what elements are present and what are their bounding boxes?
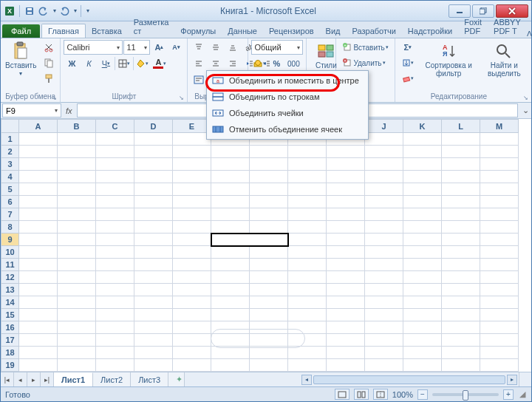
cell[interactable] [134, 309, 173, 321]
cell[interactable] [211, 158, 250, 171]
cell[interactable] [403, 158, 442, 171]
cell[interactable] [173, 271, 211, 284]
cell[interactable] [442, 234, 480, 246]
cell[interactable] [173, 183, 211, 196]
cell[interactable] [327, 183, 365, 196]
cell[interactable] [250, 246, 288, 259]
fx-icon[interactable]: fx [66, 106, 72, 115]
cell[interactable] [134, 284, 173, 296]
cell[interactable] [250, 171, 288, 183]
cell[interactable] [96, 133, 134, 146]
cell[interactable] [327, 146, 365, 158]
cell[interactable] [288, 208, 327, 221]
decrease-font-icon[interactable]: A▾ [168, 40, 184, 55]
cell[interactable] [211, 259, 250, 271]
tab-abbyy[interactable]: ABBYY PDF T [488, 16, 527, 38]
align-right-icon[interactable] [225, 56, 241, 71]
cell[interactable] [480, 284, 519, 296]
cell[interactable] [96, 146, 134, 158]
cell[interactable] [211, 271, 250, 284]
new-sheet-button[interactable]: ✦ [168, 372, 185, 386]
cell[interactable] [134, 359, 173, 372]
cell[interactable] [19, 158, 58, 171]
cell[interactable] [288, 309, 327, 321]
cell[interactable] [134, 158, 173, 171]
view-normal-icon[interactable] [335, 389, 349, 400]
delete-cells-button[interactable]: ×Удалить▾ [339, 55, 388, 70]
wrap-text-icon[interactable] [191, 72, 207, 87]
cell[interactable] [134, 208, 173, 221]
cell[interactable] [211, 347, 250, 359]
cell[interactable] [134, 321, 173, 334]
cell[interactable] [403, 196, 442, 208]
cell[interactable] [58, 309, 96, 321]
row-header[interactable]: 3 [1, 158, 19, 171]
cell[interactable] [211, 359, 250, 372]
number-format-combo[interactable]: Общий▾ [251, 40, 303, 55]
tab-layout[interactable]: Разметка ст [128, 16, 175, 38]
cell[interactable] [58, 221, 96, 234]
cell[interactable] [134, 221, 173, 234]
merge-across-item[interactable]: Объединить по строкам [208, 89, 366, 105]
merge-cells-item[interactable]: Объединить ячейки [208, 105, 366, 121]
cell[interactable] [211, 171, 250, 183]
cell[interactable] [134, 196, 173, 208]
cell[interactable] [480, 321, 519, 334]
cell[interactable] [211, 246, 250, 259]
cell[interactable] [96, 171, 134, 183]
cell[interactable] [327, 284, 365, 296]
cell[interactable] [442, 246, 480, 259]
row-header[interactable]: 8 [1, 221, 19, 234]
hscroll-left-icon[interactable]: ◂ [301, 375, 312, 385]
cell[interactable] [288, 259, 327, 271]
cell[interactable] [403, 171, 442, 183]
cell[interactable] [173, 133, 211, 146]
cell[interactable] [480, 158, 519, 171]
cell[interactable] [96, 271, 134, 284]
tab-data[interactable]: Данные [222, 24, 263, 38]
unmerge-cells-item[interactable]: Отменить объединение ячеек [208, 121, 366, 137]
cell[interactable] [58, 296, 96, 309]
cell[interactable] [96, 246, 134, 259]
column-header[interactable]: B [58, 120, 96, 133]
file-tab[interactable]: Файл [2, 24, 40, 38]
cell[interactable] [211, 321, 250, 334]
cell[interactable] [58, 246, 96, 259]
bold-icon[interactable]: Ж [64, 56, 80, 71]
column-header[interactable]: M [480, 120, 519, 133]
cell[interactable] [442, 284, 480, 296]
cell[interactable] [365, 271, 403, 284]
zoom-level[interactable]: 100% [392, 390, 413, 399]
row-header[interactable]: 13 [1, 284, 19, 296]
cell[interactable] [288, 296, 327, 309]
cell[interactable] [250, 271, 288, 284]
insert-cells-button[interactable]: +Вставить▾ [339, 40, 391, 55]
minimize-ribbon-icon[interactable]: ᐱ [527, 30, 532, 38]
font-color-icon[interactable]: A▾ [151, 56, 168, 71]
cell[interactable] [19, 372, 58, 372]
cell[interactable] [403, 146, 442, 158]
cell[interactable] [327, 221, 365, 234]
cell[interactable] [327, 359, 365, 372]
cell[interactable] [211, 334, 250, 347]
tab-view[interactable]: Вид [320, 24, 347, 38]
tab-home[interactable]: Главная [41, 24, 86, 38]
cell[interactable] [365, 334, 403, 347]
cell[interactable] [19, 259, 58, 271]
cell[interactable] [19, 234, 58, 246]
cell[interactable] [134, 146, 173, 158]
sheet-tab-3[interactable]: Лист3 [131, 372, 168, 386]
cell[interactable] [365, 234, 403, 246]
align-bottom-icon[interactable] [225, 40, 241, 55]
cell[interactable] [19, 284, 58, 296]
cell[interactable] [480, 171, 519, 183]
cell[interactable] [442, 221, 480, 234]
cell[interactable] [288, 171, 327, 183]
cell[interactable] [288, 372, 327, 372]
cell[interactable] [403, 309, 442, 321]
cell[interactable] [327, 347, 365, 359]
autosum-icon[interactable]: Σ▾ [398, 40, 417, 55]
cell[interactable] [442, 158, 480, 171]
format-painter-icon[interactable] [41, 71, 57, 86]
cell[interactable] [288, 359, 327, 372]
